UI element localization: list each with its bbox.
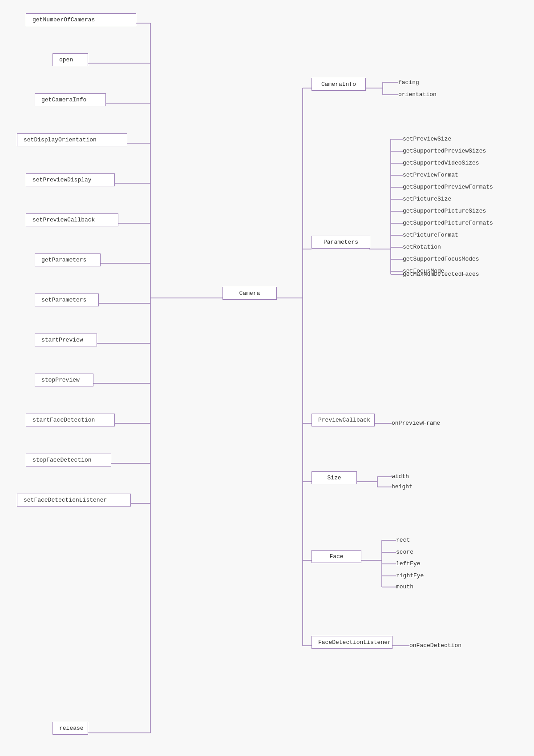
- label-onFaceDetection: onFaceDetection: [409, 642, 461, 649]
- box-startPreview: startPreview: [35, 334, 97, 346]
- box-parameters: Parameters: [312, 236, 370, 249]
- label-getSupportedVideoSizes: getSupportedVideoSizes: [403, 160, 479, 166]
- label-getSupportedPreviewFormats: getSupportedPreviewFormats: [403, 184, 493, 190]
- label-mouth: mouth: [396, 583, 413, 590]
- label-facing: facing: [398, 79, 419, 86]
- box-release: release: [53, 722, 88, 735]
- box-camera: Camera: [222, 287, 277, 300]
- box-setParameters: setParameters: [35, 294, 99, 306]
- label-score: score: [396, 549, 413, 555]
- label-getSupportedPictureFormats: getSupportedPictureFormats: [403, 220, 493, 226]
- label-onPreviewFrame: onPreviewFrame: [392, 420, 440, 426]
- box-getNumberOfCameras: getNumberOfCameras: [26, 13, 136, 26]
- box-camerainfo: CameraInfo: [312, 78, 366, 91]
- box-stopFaceDetection: stopFaceDetection: [26, 454, 111, 466]
- box-setDisplayOrientation: setDisplayOrientation: [17, 133, 127, 146]
- label-orientation: orientation: [398, 91, 437, 98]
- label-getSupportedPreviewSizes: getSupportedPreviewSizes: [403, 148, 486, 154]
- label-getSupportedFocusModes: getSupportedFocusModes: [403, 256, 479, 262]
- label-setPictureSize: setPictureSize: [403, 196, 451, 202]
- label-setPreviewFormat: setPreviewFormat: [403, 172, 458, 178]
- label-setPreviewSize: setPreviewSize: [403, 136, 451, 142]
- box-previewcallback: PreviewCallback: [312, 414, 375, 426]
- box-facedetectionlistener: FaceDetectionListener: [312, 636, 392, 649]
- label-setRotation: setRotation: [403, 244, 441, 250]
- label-height: height: [392, 483, 413, 490]
- label-getSupportedPictureSizes: getSupportedPictureSizes: [403, 208, 486, 214]
- box-getCameraInfo: getCameraInfo: [35, 93, 106, 106]
- label-setPictureFormat: setPictureFormat: [403, 232, 458, 238]
- label-rightEye: rightEye: [396, 572, 424, 579]
- diagram: getNumberOfCameras open getCameraInfo se…: [0, 0, 534, 756]
- box-open: open: [53, 53, 88, 66]
- label-leftEye: leftEye: [396, 560, 421, 567]
- box-startFaceDetection: startFaceDetection: [26, 414, 115, 426]
- box-stopPreview: stopPreview: [35, 374, 93, 386]
- label-rect: rect: [396, 537, 410, 543]
- box-face: Face: [312, 550, 361, 563]
- box-getParameters: getParameters: [35, 253, 101, 266]
- label-width: width: [392, 473, 409, 480]
- box-setPreviewDisplay: setPreviewDisplay: [26, 173, 115, 186]
- box-setPreviewCallback: setPreviewCallback: [26, 213, 118, 226]
- box-setFaceDetectionListener: setFaceDetectionListener: [17, 494, 131, 507]
- label-getMaxNumDetectedFaces: getMaxNumDetectedFaces: [403, 271, 479, 277]
- box-size: Size: [312, 471, 357, 484]
